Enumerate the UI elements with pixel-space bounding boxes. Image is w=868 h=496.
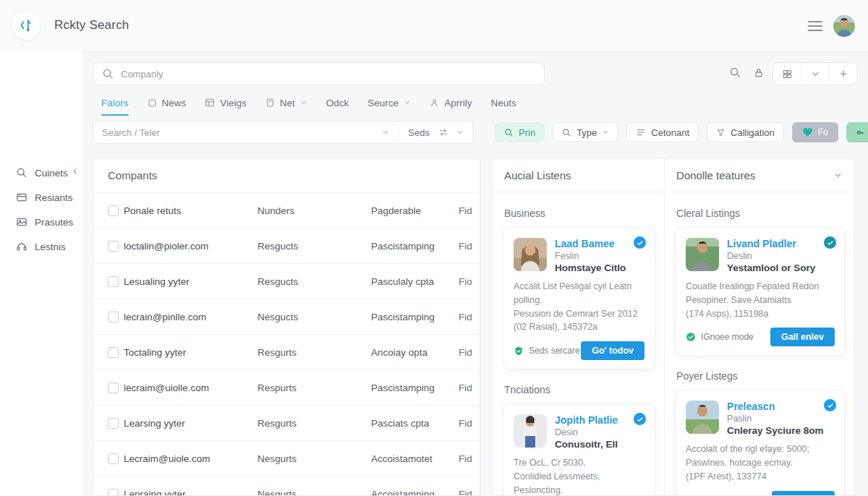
sidebar-item-prasutes[interactable]: Prasutes <box>0 210 82 234</box>
expand-button[interactable] <box>801 63 829 85</box>
search-input[interactable] <box>121 69 535 80</box>
cetonant-button[interactable]: Cetonant <box>626 122 699 142</box>
cell-name: Lepraing yyter <box>124 489 258 496</box>
chevron-down-icon <box>602 129 609 136</box>
tab-seurce[interactable]: Seurce <box>367 93 411 113</box>
listing-card[interactable]: Laad Bamee Feslin Homstaye Citlo Accalit… <box>504 228 654 369</box>
button-label: Type <box>576 127 597 138</box>
top-header: Rckty Search <box>0 0 868 51</box>
key-icon <box>856 128 865 137</box>
cell-fid: Fid <box>459 418 472 429</box>
call-button[interactable]: Gall enlev <box>770 328 835 346</box>
filter-select-placeholder: Search / Teler <box>102 127 381 138</box>
table-row[interactable]: Toctaling yyter Resgurts Ancoiay opta Fi… <box>93 335 480 370</box>
cell-name: Learsing yyter <box>124 418 258 429</box>
filter-select[interactable]: Search / Teler Seds <box>93 121 474 144</box>
search-icon[interactable] <box>729 67 741 79</box>
column-header[interactable]: Fid <box>459 205 472 216</box>
tab-net[interactable]: Net <box>265 93 307 113</box>
row-checkbox[interactable] <box>108 382 119 393</box>
heart-icon <box>802 127 813 137</box>
chevron-left-icon[interactable] <box>71 167 80 176</box>
utility-icons <box>729 67 765 79</box>
button-label: Fo <box>818 127 828 137</box>
listing-description: Tre OcL, Cr 5030, Conlidled Lessmeets, P… <box>514 456 644 496</box>
add-button[interactable] <box>829 63 857 85</box>
listing-avatar <box>514 414 547 448</box>
listing-name[interactable]: Jopith Platlie <box>555 414 618 426</box>
chevron-down-icon <box>381 128 390 137</box>
cell-fid: Fio <box>459 276 472 287</box>
search-icon[interactable] <box>102 68 114 80</box>
listing-name[interactable]: Livand Pladler <box>727 238 815 249</box>
panel-column-right: Donolle teatures Cleral Listings <box>664 158 854 495</box>
table-row[interactable]: loctalin@pioler.com Resgucts Pascistampi… <box>93 228 480 264</box>
verified-badge-icon <box>824 236 836 249</box>
menu-icon[interactable] <box>807 20 823 32</box>
cell-nunders: Resgurts <box>258 418 371 429</box>
favorite-button[interactable]: Fo <box>792 122 838 142</box>
chevron-down-icon <box>300 99 307 106</box>
tab-news[interactable]: News <box>148 93 187 113</box>
swap-arrows-icon[interactable] <box>438 128 448 137</box>
row-checkbox[interactable] <box>108 312 119 322</box>
tab-neuts[interactable]: Neuts <box>490 93 516 113</box>
table-row[interactable]: Learsing yyter Resgurts Pasciats cpta Fi… <box>93 406 480 441</box>
tab-aprrily[interactable]: Aprrily <box>430 93 472 113</box>
panel-header-label: Donolle teatures <box>676 169 755 181</box>
app-window: Rckty Search Cuinets <box>0 0 868 496</box>
listing-title: Yestamlool or Sory <box>727 262 815 273</box>
call-button[interactable]: Fall enlev <box>772 491 835 496</box>
view-segmented-control <box>773 62 858 85</box>
listing-card[interactable]: Jopith Platlie Desin Conusoitr, Ell Tre … <box>504 405 654 496</box>
row-checkbox[interactable] <box>108 489 119 496</box>
listing-role: Desin <box>555 427 618 437</box>
app-logo[interactable] <box>12 11 41 40</box>
prin-button[interactable]: Prin <box>495 122 545 142</box>
select-all-checkbox[interactable] <box>108 205 119 216</box>
column-header[interactable]: Ponale retuts <box>124 205 258 216</box>
lock-icon[interactable] <box>753 67 765 79</box>
row-checkbox[interactable] <box>108 276 119 287</box>
table-row[interactable]: lecraim@uiolle.com Respurts Pascistampin… <box>93 370 480 406</box>
user-avatar[interactable] <box>833 15 855 37</box>
table-row[interactable]: Lesualing yyter Resgucts Pasculaly cpta … <box>93 264 480 299</box>
column-header[interactable]: Nunders <box>258 205 371 216</box>
column-header[interactable]: Pagderable <box>371 205 459 216</box>
table-row[interactable]: Lecraim@uiole.com Nesgurts Accoistamotet… <box>93 441 480 476</box>
table-row[interactable]: Lepraing yyter Nesgurts Accoistamping Fi… <box>93 476 480 496</box>
chevron-down-icon[interactable] <box>456 128 464 137</box>
search-icon <box>562 128 571 137</box>
table-icon <box>205 98 215 108</box>
grid-view-button[interactable] <box>773 63 801 85</box>
listing-status: IGnoee mode <box>686 332 754 342</box>
listing-name[interactable]: Preleascn <box>727 401 824 412</box>
type-dropdown[interactable]: Type <box>553 122 618 142</box>
panel-header-label: Aucial Listens <box>504 169 571 181</box>
listing-role: Deslin <box>727 251 815 261</box>
sidebar-item-lestnis[interactable]: Lestnis <box>0 234 82 259</box>
sidebar-item-cuinets[interactable]: Cuinets <box>0 161 82 185</box>
cell-pagderable: Pascistamping <box>371 382 459 393</box>
calligation-button[interactable]: Calligation <box>707 122 784 142</box>
listing-card[interactable]: Preleascn Paslin Cnleray Syciure 8om Acc… <box>676 391 844 496</box>
table-row[interactable]: lecrain@pinlle.com Nesgucts Pascistampin… <box>93 299 480 335</box>
sidebar-item-resiants[interactable]: Resiants <box>0 185 82 210</box>
logo-icon <box>18 17 34 33</box>
chevron-down-icon[interactable] <box>833 171 843 180</box>
cell-name: Lesualing yyter <box>124 276 258 287</box>
tab-vieigs[interactable]: Vieigs <box>205 93 247 113</box>
row-checkbox[interactable] <box>108 347 119 358</box>
status-label: Seds sercare <box>529 346 580 356</box>
row-checkbox[interactable] <box>108 241 119 252</box>
listing-name[interactable]: Laad Bamee <box>555 238 626 249</box>
tab-odck[interactable]: Odck <box>326 93 349 113</box>
listing-role: Feslin <box>555 251 626 261</box>
go-today-button[interactable]: Go' todov <box>581 341 644 360</box>
listing-description: Couatle Irealingp Fepated Redon Pesopine… <box>686 280 835 320</box>
count-badge[interactable]: 94,200 <box>846 122 868 142</box>
row-checkbox[interactable] <box>108 453 119 464</box>
row-checkbox[interactable] <box>108 418 119 429</box>
tab-falors[interactable]: Falors <box>101 93 129 113</box>
listing-card[interactable]: Livand Pladler Deslin Yestamlool or Sory… <box>676 228 844 355</box>
